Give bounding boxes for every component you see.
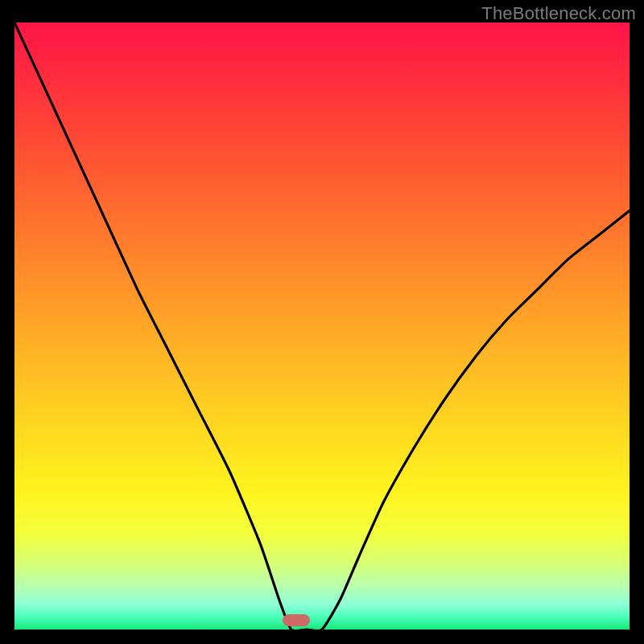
plot-area [14, 23, 630, 630]
bottleneck-curve [14, 23, 630, 630]
optimal-marker [283, 614, 310, 626]
watermark-text: TheBottleneck.com [481, 3, 636, 24]
